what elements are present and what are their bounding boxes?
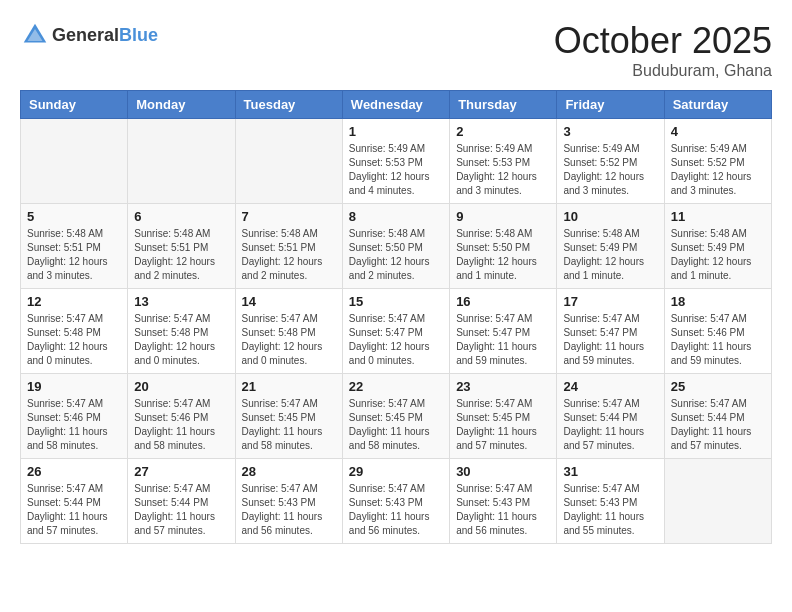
day-number: 10 — [563, 209, 657, 224]
calendar-cell: 17Sunrise: 5:47 AM Sunset: 5:47 PM Dayli… — [557, 289, 664, 374]
calendar-cell: 10Sunrise: 5:48 AM Sunset: 5:49 PM Dayli… — [557, 204, 664, 289]
calendar-cell — [664, 459, 771, 544]
day-info: Sunrise: 5:49 AM Sunset: 5:53 PM Dayligh… — [349, 142, 443, 198]
calendar-cell: 20Sunrise: 5:47 AM Sunset: 5:46 PM Dayli… — [128, 374, 235, 459]
calendar-cell: 25Sunrise: 5:47 AM Sunset: 5:44 PM Dayli… — [664, 374, 771, 459]
day-number: 28 — [242, 464, 336, 479]
calendar-cell: 1Sunrise: 5:49 AM Sunset: 5:53 PM Daylig… — [342, 119, 449, 204]
day-info: Sunrise: 5:47 AM Sunset: 5:46 PM Dayligh… — [671, 312, 765, 368]
day-number: 17 — [563, 294, 657, 309]
day-info: Sunrise: 5:47 AM Sunset: 5:47 PM Dayligh… — [563, 312, 657, 368]
day-info: Sunrise: 5:47 AM Sunset: 5:45 PM Dayligh… — [456, 397, 550, 453]
day-number: 14 — [242, 294, 336, 309]
calendar-cell — [235, 119, 342, 204]
calendar-cell: 30Sunrise: 5:47 AM Sunset: 5:43 PM Dayli… — [450, 459, 557, 544]
day-number: 6 — [134, 209, 228, 224]
calendar-cell — [128, 119, 235, 204]
day-info: Sunrise: 5:49 AM Sunset: 5:53 PM Dayligh… — [456, 142, 550, 198]
month-title: October 2025 — [554, 20, 772, 62]
day-info: Sunrise: 5:47 AM Sunset: 5:46 PM Dayligh… — [27, 397, 121, 453]
day-number: 3 — [563, 124, 657, 139]
calendar-cell: 22Sunrise: 5:47 AM Sunset: 5:45 PM Dayli… — [342, 374, 449, 459]
weekday-header-tuesday: Tuesday — [235, 91, 342, 119]
calendar-cell: 28Sunrise: 5:47 AM Sunset: 5:43 PM Dayli… — [235, 459, 342, 544]
day-number: 29 — [349, 464, 443, 479]
day-number: 11 — [671, 209, 765, 224]
calendar-cell: 8Sunrise: 5:48 AM Sunset: 5:50 PM Daylig… — [342, 204, 449, 289]
day-info: Sunrise: 5:48 AM Sunset: 5:51 PM Dayligh… — [134, 227, 228, 283]
day-number: 26 — [27, 464, 121, 479]
day-number: 30 — [456, 464, 550, 479]
calendar-cell: 31Sunrise: 5:47 AM Sunset: 5:43 PM Dayli… — [557, 459, 664, 544]
page-header: GeneralBlue October 2025 Buduburam, Ghan… — [20, 20, 772, 80]
calendar-cell: 12Sunrise: 5:47 AM Sunset: 5:48 PM Dayli… — [21, 289, 128, 374]
week-row-4: 26Sunrise: 5:47 AM Sunset: 5:44 PM Dayli… — [21, 459, 772, 544]
calendar-cell: 26Sunrise: 5:47 AM Sunset: 5:44 PM Dayli… — [21, 459, 128, 544]
logo-general: General — [52, 25, 119, 45]
weekday-header-sunday: Sunday — [21, 91, 128, 119]
day-number: 22 — [349, 379, 443, 394]
day-number: 16 — [456, 294, 550, 309]
weekday-header-wednesday: Wednesday — [342, 91, 449, 119]
day-number: 9 — [456, 209, 550, 224]
calendar-cell: 18Sunrise: 5:47 AM Sunset: 5:46 PM Dayli… — [664, 289, 771, 374]
day-info: Sunrise: 5:47 AM Sunset: 5:43 PM Dayligh… — [456, 482, 550, 538]
day-info: Sunrise: 5:48 AM Sunset: 5:50 PM Dayligh… — [456, 227, 550, 283]
day-info: Sunrise: 5:48 AM Sunset: 5:51 PM Dayligh… — [27, 227, 121, 283]
calendar-cell: 15Sunrise: 5:47 AM Sunset: 5:47 PM Dayli… — [342, 289, 449, 374]
day-info: Sunrise: 5:47 AM Sunset: 5:44 PM Dayligh… — [27, 482, 121, 538]
calendar-cell: 7Sunrise: 5:48 AM Sunset: 5:51 PM Daylig… — [235, 204, 342, 289]
day-info: Sunrise: 5:47 AM Sunset: 5:44 PM Dayligh… — [671, 397, 765, 453]
day-info: Sunrise: 5:48 AM Sunset: 5:49 PM Dayligh… — [671, 227, 765, 283]
weekday-header-saturday: Saturday — [664, 91, 771, 119]
day-info: Sunrise: 5:47 AM Sunset: 5:48 PM Dayligh… — [27, 312, 121, 368]
day-info: Sunrise: 5:48 AM Sunset: 5:49 PM Dayligh… — [563, 227, 657, 283]
day-number: 25 — [671, 379, 765, 394]
calendar-cell: 9Sunrise: 5:48 AM Sunset: 5:50 PM Daylig… — [450, 204, 557, 289]
calendar-cell: 16Sunrise: 5:47 AM Sunset: 5:47 PM Dayli… — [450, 289, 557, 374]
calendar-cell: 27Sunrise: 5:47 AM Sunset: 5:44 PM Dayli… — [128, 459, 235, 544]
weekday-header-row: SundayMondayTuesdayWednesdayThursdayFrid… — [21, 91, 772, 119]
day-number: 19 — [27, 379, 121, 394]
day-number: 20 — [134, 379, 228, 394]
calendar-table: SundayMondayTuesdayWednesdayThursdayFrid… — [20, 90, 772, 544]
day-info: Sunrise: 5:47 AM Sunset: 5:45 PM Dayligh… — [349, 397, 443, 453]
weekday-header-thursday: Thursday — [450, 91, 557, 119]
week-row-3: 19Sunrise: 5:47 AM Sunset: 5:46 PM Dayli… — [21, 374, 772, 459]
week-row-2: 12Sunrise: 5:47 AM Sunset: 5:48 PM Dayli… — [21, 289, 772, 374]
day-number: 23 — [456, 379, 550, 394]
day-number: 24 — [563, 379, 657, 394]
calendar-cell: 3Sunrise: 5:49 AM Sunset: 5:52 PM Daylig… — [557, 119, 664, 204]
logo-icon — [20, 20, 50, 50]
week-row-1: 5Sunrise: 5:48 AM Sunset: 5:51 PM Daylig… — [21, 204, 772, 289]
day-number: 1 — [349, 124, 443, 139]
day-info: Sunrise: 5:47 AM Sunset: 5:44 PM Dayligh… — [563, 397, 657, 453]
day-info: Sunrise: 5:47 AM Sunset: 5:46 PM Dayligh… — [134, 397, 228, 453]
day-info: Sunrise: 5:47 AM Sunset: 5:47 PM Dayligh… — [456, 312, 550, 368]
calendar-cell: 14Sunrise: 5:47 AM Sunset: 5:48 PM Dayli… — [235, 289, 342, 374]
calendar-cell: 23Sunrise: 5:47 AM Sunset: 5:45 PM Dayli… — [450, 374, 557, 459]
location-title: Buduburam, Ghana — [554, 62, 772, 80]
day-info: Sunrise: 5:47 AM Sunset: 5:47 PM Dayligh… — [349, 312, 443, 368]
calendar-cell: 11Sunrise: 5:48 AM Sunset: 5:49 PM Dayli… — [664, 204, 771, 289]
calendar-cell — [21, 119, 128, 204]
day-number: 4 — [671, 124, 765, 139]
weekday-header-monday: Monday — [128, 91, 235, 119]
day-info: Sunrise: 5:47 AM Sunset: 5:48 PM Dayligh… — [242, 312, 336, 368]
day-number: 31 — [563, 464, 657, 479]
day-info: Sunrise: 5:47 AM Sunset: 5:48 PM Dayligh… — [134, 312, 228, 368]
calendar-cell: 2Sunrise: 5:49 AM Sunset: 5:53 PM Daylig… — [450, 119, 557, 204]
day-number: 8 — [349, 209, 443, 224]
day-number: 27 — [134, 464, 228, 479]
day-info: Sunrise: 5:49 AM Sunset: 5:52 PM Dayligh… — [563, 142, 657, 198]
day-info: Sunrise: 5:47 AM Sunset: 5:43 PM Dayligh… — [242, 482, 336, 538]
day-number: 13 — [134, 294, 228, 309]
day-info: Sunrise: 5:47 AM Sunset: 5:44 PM Dayligh… — [134, 482, 228, 538]
calendar-cell: 24Sunrise: 5:47 AM Sunset: 5:44 PM Dayli… — [557, 374, 664, 459]
day-info: Sunrise: 5:49 AM Sunset: 5:52 PM Dayligh… — [671, 142, 765, 198]
day-info: Sunrise: 5:48 AM Sunset: 5:50 PM Dayligh… — [349, 227, 443, 283]
weekday-header-friday: Friday — [557, 91, 664, 119]
day-number: 2 — [456, 124, 550, 139]
day-info: Sunrise: 5:48 AM Sunset: 5:51 PM Dayligh… — [242, 227, 336, 283]
calendar-cell: 4Sunrise: 5:49 AM Sunset: 5:52 PM Daylig… — [664, 119, 771, 204]
